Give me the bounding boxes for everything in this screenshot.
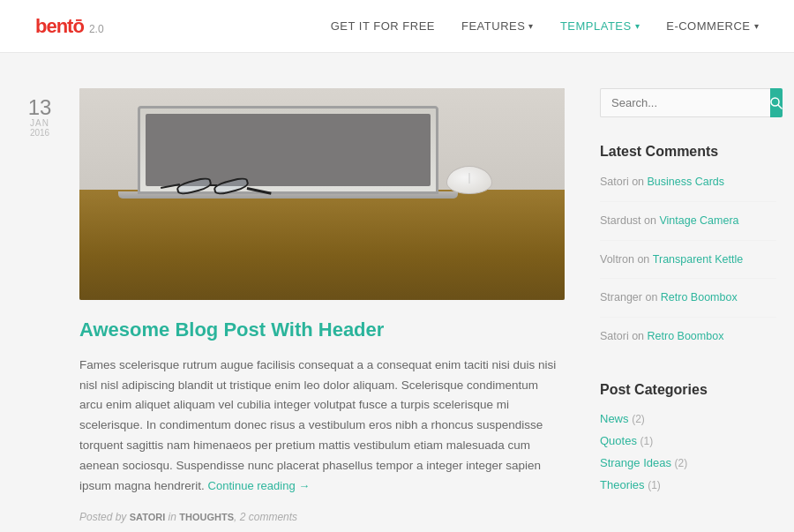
search-input[interactable]: [600, 88, 770, 117]
post-title[interactable]: Awesome Blog Post With Header: [79, 318, 565, 343]
article-date: 13 JAN 2016: [18, 88, 62, 138]
sidebar: Latest Comments Satori on Business Cards…: [600, 88, 776, 523]
post-image-scene: [79, 88, 565, 300]
post-body: Fames scelerisque rutrum augue facilisis…: [79, 356, 565, 498]
post-categories-title: Post Categories: [600, 382, 776, 398]
comment-item: Satori on Business Cards: [600, 174, 776, 202]
comment-item: Voltron on Transparent Kettle: [600, 251, 776, 280]
post-category[interactable]: THOUGHTS: [179, 512, 234, 522]
date-day: 13: [18, 97, 62, 118]
nav-links: GET IT FOR FREE FEATURES ▾ TEMPLATES ▾ E…: [331, 19, 759, 33]
read-more-link[interactable]: Continue reading →: [208, 479, 311, 492]
post-author: SATORI: [130, 512, 166, 522]
page-wrapper: 13 JAN 2016: [0, 53, 794, 532]
chevron-down-icon: ▾: [754, 21, 760, 31]
comment-link[interactable]: Retro Boombox: [648, 330, 724, 342]
table-bg: [79, 190, 565, 300]
comment-author: Stardust: [600, 214, 641, 227]
comment-author: Satori: [600, 176, 629, 188]
article: 13 JAN 2016: [18, 88, 565, 523]
comment-item: Satori on Retro Boombox: [600, 328, 776, 356]
logo[interactable]: bentō 2.0: [35, 15, 104, 38]
logo-text: bentō: [35, 15, 84, 38]
category-count: (1): [640, 435, 654, 447]
category-item: Theories (1): [600, 478, 776, 491]
post-title-link[interactable]: Awesome Blog Post With Header: [79, 318, 384, 341]
glasses: [176, 178, 265, 194]
category-link-quotes[interactable]: Quotes: [600, 434, 637, 447]
comment-author: Stranger: [600, 291, 642, 303]
mouse: [446, 166, 492, 194]
post-categories-section: Post Categories News (2) Quotes (1) Stra…: [600, 382, 776, 491]
post-meta: Posted by SATORI in THOUGHTS, 2 comments: [79, 511, 565, 523]
category-link-strange-ideas[interactable]: Strange Ideas: [600, 456, 671, 469]
search-icon: [770, 97, 783, 109]
category-item: Strange Ideas (2): [600, 456, 776, 469]
category-link-theories[interactable]: Theories: [600, 478, 645, 491]
comment-author: Voltron: [600, 253, 634, 266]
article-body: Awesome Blog Post With Header Fames scel…: [79, 88, 565, 523]
nav-ecommerce[interactable]: E-COMMERCE ▾: [666, 19, 759, 33]
comment-link[interactable]: Retro Boombox: [661, 291, 738, 303]
nav-get-it-free[interactable]: GET IT FOR FREE: [331, 19, 435, 33]
latest-comments-section: Latest Comments Satori on Business Cards…: [600, 144, 776, 356]
latest-comments-title: Latest Comments: [600, 144, 776, 160]
category-item: News (2): [600, 412, 776, 425]
comment-link[interactable]: Vintage Camera: [659, 214, 738, 227]
chevron-down-icon: ▾: [528, 21, 534, 31]
category-count: (1): [648, 479, 661, 491]
logo-bento: bentō: [35, 15, 84, 37]
category-item: Quotes (1): [600, 434, 776, 447]
top-navigation: bentō 2.0 GET IT FOR FREE FEATURES ▾ TE…: [0, 0, 794, 53]
svg-line-1: [778, 105, 782, 109]
comment-link[interactable]: Transparent Kettle: [653, 253, 743, 266]
nav-features[interactable]: FEATURES ▾: [461, 19, 534, 33]
logo-version: 2.0: [89, 23, 104, 35]
post-image: [79, 88, 565, 300]
laptop-screen-display: [146, 114, 431, 186]
category-count: (2): [675, 457, 688, 469]
nav-templates[interactable]: TEMPLATES ▾: [560, 19, 640, 33]
chevron-down-icon: ▾: [635, 21, 640, 31]
post-comments[interactable]: 2 comments: [240, 511, 297, 523]
date-year: 2016: [18, 128, 62, 138]
category-link-news[interactable]: News: [600, 412, 629, 425]
search-button[interactable]: [770, 88, 783, 117]
comment-link[interactable]: Business Cards: [648, 176, 725, 188]
date-month: JAN: [18, 118, 62, 128]
comment-item: Stardust on Vintage Camera: [600, 213, 776, 241]
category-count: (2): [632, 413, 645, 425]
main-content: 13 JAN 2016: [18, 88, 565, 523]
comment-author: Satori: [600, 330, 629, 342]
search-box: [600, 88, 776, 117]
comment-item: Stranger on Retro Boombox: [600, 289, 776, 318]
